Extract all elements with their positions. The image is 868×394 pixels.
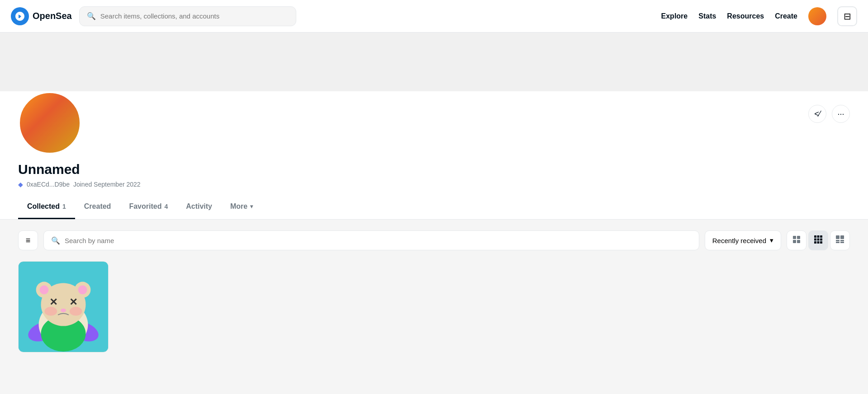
profile-section: <∕ ··· Unnamed ◆ 0xaECd...D9be Joined Se… [0,91,868,220]
tab-created-label: Created [84,202,111,211]
share-button[interactable]: <∕ [808,105,826,123]
tab-more-label: More [230,202,247,211]
content-area: ≡ 🔍 Recently received ▾ [0,220,868,394]
name-search-input[interactable] [65,237,692,244]
more-options-button[interactable]: ··· [832,105,850,123]
svg-rect-3 [797,240,800,243]
wallet-address: 0xaECd...D9be [27,181,70,188]
profile-tabs: Collected 1 Created Favorited 4 Activity… [18,195,850,219]
tab-collected-count: 1 [62,203,66,210]
svg-rect-2 [793,240,796,243]
user-avatar-nav[interactable] [808,7,826,25]
wallet-button[interactable]: ⊟ [837,6,857,26]
svg-rect-0 [793,236,796,239]
wallet-icon: ⊟ [844,11,851,22]
navbar-right: Explore Stats Resources Create ⊟ [661,6,857,26]
nft-card[interactable]: ✕ ✕ [18,261,109,352]
profile-tabs-container: Collected 1 Created Favorited 4 Activity… [0,195,868,220]
view-medium-grid-button[interactable] [808,230,828,250]
tab-activity[interactable]: Activity [177,195,221,219]
filter-button[interactable]: ≡ [18,230,38,250]
nav-create[interactable]: Create [775,12,797,20]
nav-explore[interactable]: Explore [661,12,688,20]
tab-favorited-count: 4 [164,203,168,210]
logo-text: OpenSea [33,11,72,21]
ethereum-icon: ◆ [18,181,23,188]
search-name-icon: 🔍 [51,236,60,245]
svg-rect-16 [840,240,844,241]
profile-info: Unnamed ◆ 0xaECd...D9be Joined September… [0,155,868,188]
view-large-grid-button[interactable] [787,230,806,250]
svg-text:✕: ✕ [69,296,77,308]
content-toolbar: ≡ 🔍 Recently received ▾ [18,230,850,250]
svg-rect-12 [820,241,822,244]
svg-point-32 [44,307,57,316]
svg-rect-5 [817,235,820,238]
svg-rect-13 [836,235,840,239]
tab-collected[interactable]: Collected 1 [18,195,75,219]
svg-rect-6 [820,235,822,238]
navbar-left: OpenSea 🔍 [11,6,296,26]
tab-created[interactable]: Created [75,195,120,219]
nft-grid: ✕ ✕ [18,261,850,352]
tab-collected-label: Collected [27,202,60,211]
svg-rect-9 [820,238,822,240]
small-grid-icon [835,235,844,246]
name-search-bar[interactable]: 🔍 [43,230,699,250]
joined-date: Joined September 2022 [73,181,141,188]
global-search-bar[interactable]: 🔍 [79,6,296,26]
svg-point-31 [61,309,66,312]
profile-meta: ◆ 0xaECd...D9be Joined September 2022 [18,181,850,188]
chevron-down-icon: ▾ [250,203,253,210]
view-mode-buttons [787,230,850,250]
svg-rect-1 [797,236,800,239]
nft-hamster-svg: ✕ ✕ [19,262,108,352]
nav-resources[interactable]: Resources [727,12,764,20]
svg-rect-4 [814,235,816,238]
opensea-logo-icon [11,7,29,25]
tab-favorited-label: Favorited [129,202,161,211]
tab-more[interactable]: More ▾ [221,195,262,219]
svg-rect-14 [840,235,844,239]
profile-avatar-wrapper [0,91,868,155]
filter-icon: ≡ [26,236,31,245]
search-icon: 🔍 [87,12,96,20]
nav-stats[interactable]: Stats [698,12,716,20]
medium-grid-icon [814,235,823,246]
svg-point-27 [40,285,49,294]
sort-dropdown[interactable]: Recently received ▾ [705,230,781,250]
svg-text:✕: ✕ [49,296,57,308]
svg-rect-7 [814,238,816,240]
svg-rect-15 [836,240,840,241]
large-grid-icon [792,235,801,246]
profile-name: Unnamed [18,162,850,177]
svg-rect-18 [840,242,844,243]
navbar: OpenSea 🔍 Explore Stats Resources Create… [0,0,868,33]
svg-rect-8 [817,238,820,240]
tab-activity-label: Activity [186,202,212,211]
sort-label: Recently received [712,237,766,244]
tab-favorited[interactable]: Favorited 4 [120,195,177,219]
svg-rect-17 [836,242,840,243]
svg-point-28 [78,285,87,294]
global-search-input[interactable] [100,12,289,20]
svg-point-33 [70,307,82,316]
profile-avatar [18,91,81,155]
nft-image: ✕ ✕ [19,262,108,352]
sort-chevron-icon: ▾ [770,236,773,244]
svg-rect-10 [814,241,816,244]
logo[interactable]: OpenSea [11,7,72,25]
svg-rect-11 [817,241,820,244]
profile-actions: <∕ ··· [808,105,850,123]
view-small-grid-button[interactable] [830,230,850,250]
